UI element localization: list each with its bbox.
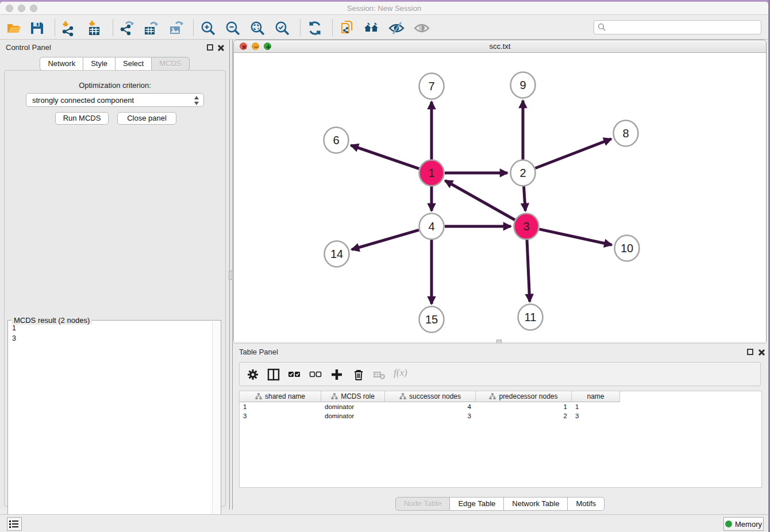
column-header-successor-nodes[interactable]: successor nodes — [385, 391, 476, 402]
table-cell[interactable]: 1 — [240, 402, 321, 411]
edge-4-14[interactable] — [352, 230, 419, 249]
tab-select[interactable]: Select — [116, 57, 152, 71]
table-cell[interactable]: dominator — [321, 411, 385, 421]
export-network-icon[interactable] — [118, 20, 134, 36]
memory-button[interactable]: Memory — [723, 517, 764, 531]
export-table-icon[interactable] — [143, 20, 159, 36]
split-panel-icon[interactable] — [267, 368, 280, 381]
table-tab-network-table[interactable]: Network Table — [504, 497, 568, 511]
zoom-fit-icon[interactable] — [249, 20, 265, 36]
table-row[interactable]: 3dominator323 — [240, 411, 761, 421]
export-image-icon[interactable] — [168, 20, 184, 36]
table-cell[interactable]: 3 — [572, 411, 620, 421]
table-cell[interactable]: 1 — [476, 402, 572, 411]
toolbar-separator — [332, 20, 333, 36]
add-column-icon[interactable] — [330, 368, 343, 381]
close-panel-button[interactable]: Close panel — [117, 112, 176, 125]
result-scrollbar[interactable] — [212, 322, 220, 532]
table-cell[interactable]: 3 — [240, 411, 321, 421]
control-panel-header: Control Panel — [0, 40, 229, 56]
edge-1-6[interactable] — [351, 145, 419, 169]
mcds-result-list[interactable]: 13 — [8, 323, 221, 344]
graph-node-label: 11 — [525, 311, 537, 323]
node-table-body: 1dominator4113dominator323 — [240, 402, 761, 421]
vertical-splitter-handle[interactable] — [229, 271, 233, 280]
clone-network-icon[interactable] — [339, 20, 355, 36]
function-builder-icon: f(x) — [394, 367, 406, 380]
save-session-icon[interactable] — [29, 20, 45, 36]
column-header-shared-name[interactable]: shared name — [240, 391, 321, 402]
memory-status-icon — [725, 521, 732, 527]
table-settings-icon[interactable] — [247, 368, 259, 381]
task-list-icon — [7, 518, 21, 530]
tab-mcds[interactable]: MCDS — [152, 57, 189, 71]
status-bar: Memory — [0, 514, 768, 532]
table-row[interactable]: 1dominator411 — [240, 402, 761, 411]
result-item: 3 — [8, 333, 221, 344]
import-network-icon[interactable] — [60, 20, 76, 36]
refresh-view-icon[interactable] — [307, 20, 323, 36]
table-tab-motifs[interactable]: Motifs — [568, 497, 605, 511]
task-history-button[interactable] — [7, 517, 22, 531]
edge-3-10[interactable] — [539, 229, 611, 245]
column-header-predecessor-nodes[interactable]: predecessor nodes — [476, 391, 572, 402]
zoom-in-icon[interactable] — [200, 20, 216, 36]
close-panel-icon[interactable] — [217, 44, 224, 52]
first-neighbors-icon[interactable] — [363, 20, 379, 36]
column-header-name[interactable]: name — [572, 391, 620, 402]
edge-3-11[interactable] — [527, 240, 530, 302]
search-box[interactable] — [594, 20, 761, 34]
select-all-icon[interactable] — [288, 368, 301, 381]
tab-network[interactable]: Network — [40, 57, 83, 71]
table-tab-edge-table[interactable]: Edge Table — [450, 497, 504, 511]
table-cell[interactable]: 4 — [385, 402, 476, 411]
network-window-titlebar: scc.txt — [234, 40, 766, 53]
network-view-window: scc.txt 7968124314101511 — [233, 40, 767, 342]
column-header-MCDS-role[interactable]: MCDS role — [321, 391, 385, 402]
table-cell[interactable]: dominator — [321, 402, 385, 411]
open-session-icon[interactable] — [6, 20, 22, 36]
edge-2-3[interactable] — [523, 186, 525, 211]
table-close-icon[interactable] — [757, 349, 765, 356]
graph-node-label: 7 — [428, 80, 434, 92]
edge-3-1[interactable] — [445, 180, 515, 219]
node-table[interactable]: shared nameMCDS rolesuccessor nodesprede… — [239, 391, 762, 488]
memory-button-label: Memory — [735, 520, 762, 529]
control-panel-tabs: NetworkStyleSelectMCDS — [0, 57, 229, 71]
zoom-out-icon[interactable] — [225, 20, 241, 36]
table-cell[interactable]: 2 — [476, 411, 572, 421]
window-title: Session: New Session — [0, 4, 768, 13]
table-cell[interactable]: 3 — [385, 411, 476, 421]
result-item: 1 — [8, 323, 221, 333]
edge-2-8[interactable] — [535, 139, 611, 168]
search-input[interactable] — [606, 21, 761, 34]
eye-disabled-icon — [414, 20, 430, 36]
mcds-result-box: MCDS result (2 nodes) 13 — [7, 320, 221, 532]
show-hide-graphics-icon[interactable] — [388, 20, 405, 36]
table-float-icon[interactable] — [747, 349, 753, 355]
table-tab-node-table[interactable]: Node Table — [395, 497, 451, 511]
toolbar-separator — [55, 20, 55, 36]
select-stepper-icon — [194, 96, 199, 105]
column-type-icon — [331, 393, 338, 400]
graph-node-label: 6 — [333, 134, 339, 147]
import-table-icon[interactable] — [86, 20, 102, 36]
run-mcds-button[interactable]: Run MCDS — [55, 112, 109, 125]
zoom-selected-icon[interactable] — [274, 20, 290, 36]
delete-column-icon[interactable] — [352, 368, 365, 381]
table-panel-title: Table Panel — [239, 348, 278, 356]
network-canvas[interactable]: 7968124314101511 — [234, 53, 766, 342]
network-graph[interactable]: 7968124314101511 — [234, 53, 766, 342]
column-type-icon — [399, 393, 406, 400]
unselect-all-icon[interactable] — [309, 368, 322, 381]
tab-style[interactable]: Style — [83, 57, 116, 71]
graph-node-label: 8 — [622, 127, 629, 140]
graph-node-label: 9 — [519, 79, 526, 91]
graph-node-label: 1 — [428, 167, 434, 179]
toolbar-separator — [113, 20, 113, 36]
table-cell[interactable]: 1 — [572, 402, 620, 411]
control-panel: Control Panel NetworkStyleSelectMCDS Opt… — [0, 40, 230, 510]
float-panel-icon[interactable] — [207, 44, 213, 51]
destroy-table-icon — [373, 368, 386, 381]
criterion-select[interactable]: strongly connected component — [26, 93, 204, 107]
